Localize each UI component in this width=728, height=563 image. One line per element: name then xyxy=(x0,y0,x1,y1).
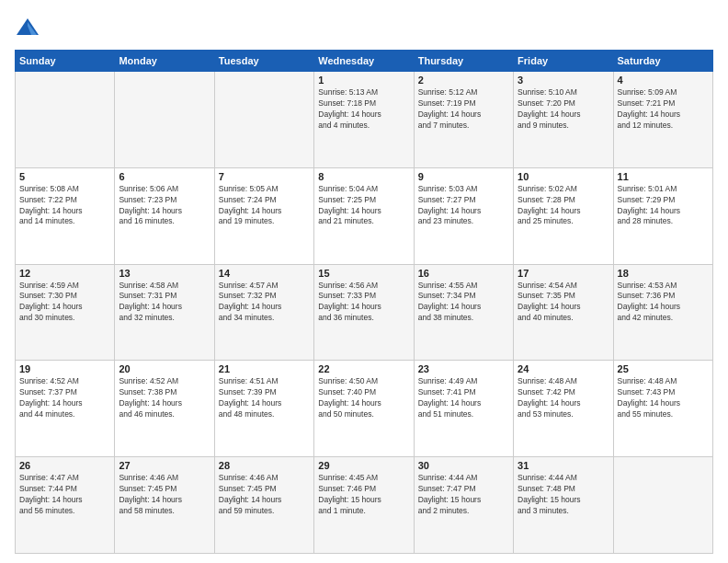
calendar-cell: 9Sunrise: 5:03 AM Sunset: 7:27 PM Daylig… xyxy=(414,167,513,264)
day-number: 26 xyxy=(19,460,110,471)
week-row-2: 5Sunrise: 5:08 AM Sunset: 7:22 PM Daylig… xyxy=(16,167,713,264)
calendar-cell: 30Sunrise: 4:44 AM Sunset: 7:47 PM Dayli… xyxy=(414,457,513,554)
day-info: Sunrise: 5:06 AM Sunset: 7:23 PM Dayligh… xyxy=(119,184,210,228)
header xyxy=(15,15,713,40)
day-number: 21 xyxy=(219,363,310,374)
day-number: 19 xyxy=(19,363,110,374)
calendar-cell: 3Sunrise: 5:10 AM Sunset: 7:20 PM Daylig… xyxy=(514,72,613,168)
day-number: 23 xyxy=(418,363,509,374)
weekday-header-saturday: Saturday xyxy=(613,51,712,72)
day-info: Sunrise: 4:58 AM Sunset: 7:31 PM Dayligh… xyxy=(119,281,210,325)
day-info: Sunrise: 4:46 AM Sunset: 7:45 PM Dayligh… xyxy=(119,473,210,517)
day-info: Sunrise: 5:13 AM Sunset: 7:18 PM Dayligh… xyxy=(318,87,409,132)
calendar-cell: 19Sunrise: 4:52 AM Sunset: 7:37 PM Dayli… xyxy=(16,361,115,457)
day-info: Sunrise: 4:49 AM Sunset: 7:41 PM Dayligh… xyxy=(418,376,509,420)
calendar-cell xyxy=(214,72,313,168)
calendar-cell: 1Sunrise: 5:13 AM Sunset: 7:18 PM Daylig… xyxy=(314,72,414,168)
day-number: 18 xyxy=(618,268,709,279)
day-info: Sunrise: 5:12 AM Sunset: 7:19 PM Dayligh… xyxy=(418,87,509,132)
day-number: 28 xyxy=(219,460,310,471)
day-number: 9 xyxy=(418,171,509,182)
day-number: 25 xyxy=(618,363,709,374)
calendar-cell: 5Sunrise: 5:08 AM Sunset: 7:22 PM Daylig… xyxy=(16,167,115,264)
day-info: Sunrise: 4:57 AM Sunset: 7:32 PM Dayligh… xyxy=(219,281,310,325)
calendar-cell: 15Sunrise: 4:56 AM Sunset: 7:33 PM Dayli… xyxy=(314,264,414,361)
day-info: Sunrise: 5:05 AM Sunset: 7:24 PM Dayligh… xyxy=(219,184,310,228)
day-info: Sunrise: 4:52 AM Sunset: 7:37 PM Dayligh… xyxy=(19,376,110,420)
calendar-cell: 16Sunrise: 4:55 AM Sunset: 7:34 PM Dayli… xyxy=(414,264,513,361)
day-number: 2 xyxy=(418,75,509,86)
weekday-header-tuesday: Tuesday xyxy=(214,51,313,72)
day-info: Sunrise: 4:53 AM Sunset: 7:36 PM Dayligh… xyxy=(618,281,709,325)
day-info: Sunrise: 4:48 AM Sunset: 7:43 PM Dayligh… xyxy=(618,376,709,420)
weekday-header-friday: Friday xyxy=(514,51,613,72)
calendar-cell xyxy=(613,457,712,554)
calendar-cell: 14Sunrise: 4:57 AM Sunset: 7:32 PM Dayli… xyxy=(214,264,313,361)
day-number: 3 xyxy=(518,75,609,86)
day-number: 29 xyxy=(318,460,409,471)
day-number: 14 xyxy=(219,268,310,279)
day-number: 13 xyxy=(119,268,210,279)
day-number: 10 xyxy=(518,171,609,182)
day-number: 27 xyxy=(119,460,210,471)
weekday-header-row: SundayMondayTuesdayWednesdayThursdayFrid… xyxy=(16,51,713,72)
day-info: Sunrise: 4:44 AM Sunset: 7:48 PM Dayligh… xyxy=(518,473,609,517)
svg-marker-0 xyxy=(17,18,39,35)
day-info: Sunrise: 4:47 AM Sunset: 7:44 PM Dayligh… xyxy=(19,473,110,517)
calendar-cell: 8Sunrise: 5:04 AM Sunset: 7:25 PM Daylig… xyxy=(314,167,414,264)
day-info: Sunrise: 5:09 AM Sunset: 7:21 PM Dayligh… xyxy=(618,87,709,132)
calendar-cell: 22Sunrise: 4:50 AM Sunset: 7:40 PM Dayli… xyxy=(314,361,414,457)
day-info: Sunrise: 4:52 AM Sunset: 7:38 PM Dayligh… xyxy=(119,376,210,420)
weekday-header-monday: Monday xyxy=(115,51,214,72)
calendar-cell: 13Sunrise: 4:58 AM Sunset: 7:31 PM Dayli… xyxy=(115,264,214,361)
day-number: 17 xyxy=(518,268,609,279)
calendar-cell: 2Sunrise: 5:12 AM Sunset: 7:19 PM Daylig… xyxy=(414,72,513,168)
day-info: Sunrise: 5:08 AM Sunset: 7:22 PM Dayligh… xyxy=(19,184,110,228)
day-number: 24 xyxy=(518,363,609,374)
calendar-cell xyxy=(16,72,115,168)
weekday-header-thursday: Thursday xyxy=(414,51,513,72)
day-info: Sunrise: 5:03 AM Sunset: 7:27 PM Dayligh… xyxy=(418,184,509,228)
day-number: 16 xyxy=(418,268,509,279)
week-row-4: 19Sunrise: 4:52 AM Sunset: 7:37 PM Dayli… xyxy=(16,361,713,457)
calendar-cell: 17Sunrise: 4:54 AM Sunset: 7:35 PM Dayli… xyxy=(514,264,613,361)
calendar-cell: 28Sunrise: 4:46 AM Sunset: 7:45 PM Dayli… xyxy=(214,457,313,554)
day-info: Sunrise: 4:51 AM Sunset: 7:39 PM Dayligh… xyxy=(219,376,310,420)
calendar-cell: 18Sunrise: 4:53 AM Sunset: 7:36 PM Dayli… xyxy=(613,264,712,361)
week-row-3: 12Sunrise: 4:59 AM Sunset: 7:30 PM Dayli… xyxy=(16,264,713,361)
calendar-cell: 7Sunrise: 5:05 AM Sunset: 7:24 PM Daylig… xyxy=(214,167,313,264)
day-number: 8 xyxy=(318,171,409,182)
calendar-cell: 23Sunrise: 4:49 AM Sunset: 7:41 PM Dayli… xyxy=(414,361,513,457)
calendar-cell: 24Sunrise: 4:48 AM Sunset: 7:42 PM Dayli… xyxy=(514,361,613,457)
day-info: Sunrise: 4:46 AM Sunset: 7:45 PM Dayligh… xyxy=(219,473,310,517)
page: SundayMondayTuesdayWednesdayThursdayFrid… xyxy=(0,0,728,563)
calendar-cell: 27Sunrise: 4:46 AM Sunset: 7:45 PM Dayli… xyxy=(115,457,214,554)
weekday-header-wednesday: Wednesday xyxy=(314,51,414,72)
day-number: 11 xyxy=(618,171,709,182)
day-info: Sunrise: 4:44 AM Sunset: 7:47 PM Dayligh… xyxy=(418,473,509,517)
week-row-1: 1Sunrise: 5:13 AM Sunset: 7:18 PM Daylig… xyxy=(16,72,713,168)
calendar-cell: 12Sunrise: 4:59 AM Sunset: 7:30 PM Dayli… xyxy=(16,264,115,361)
day-info: Sunrise: 4:45 AM Sunset: 7:46 PM Dayligh… xyxy=(318,473,409,517)
day-info: Sunrise: 5:04 AM Sunset: 7:25 PM Dayligh… xyxy=(318,184,409,228)
day-info: Sunrise: 5:10 AM Sunset: 7:20 PM Dayligh… xyxy=(518,87,609,132)
calendar: SundayMondayTuesdayWednesdayThursdayFrid… xyxy=(15,50,713,554)
calendar-cell: 31Sunrise: 4:44 AM Sunset: 7:48 PM Dayli… xyxy=(514,457,613,554)
day-info: Sunrise: 5:01 AM Sunset: 7:29 PM Dayligh… xyxy=(618,184,709,228)
day-info: Sunrise: 4:54 AM Sunset: 7:35 PM Dayligh… xyxy=(518,281,609,325)
day-number: 22 xyxy=(318,363,409,374)
calendar-cell: 4Sunrise: 5:09 AM Sunset: 7:21 PM Daylig… xyxy=(613,72,712,168)
week-row-5: 26Sunrise: 4:47 AM Sunset: 7:44 PM Dayli… xyxy=(16,457,713,554)
logo xyxy=(15,15,44,40)
logo-icon xyxy=(15,15,40,40)
day-number: 4 xyxy=(618,75,709,86)
calendar-cell: 21Sunrise: 4:51 AM Sunset: 7:39 PM Dayli… xyxy=(214,361,313,457)
day-info: Sunrise: 4:59 AM Sunset: 7:30 PM Dayligh… xyxy=(19,281,110,325)
day-info: Sunrise: 4:50 AM Sunset: 7:40 PM Dayligh… xyxy=(318,376,409,420)
day-info: Sunrise: 4:48 AM Sunset: 7:42 PM Dayligh… xyxy=(518,376,609,420)
day-number: 12 xyxy=(19,268,110,279)
day-number: 31 xyxy=(518,460,609,471)
calendar-cell: 29Sunrise: 4:45 AM Sunset: 7:46 PM Dayli… xyxy=(314,457,414,554)
calendar-cell: 25Sunrise: 4:48 AM Sunset: 7:43 PM Dayli… xyxy=(613,361,712,457)
day-number: 30 xyxy=(418,460,509,471)
